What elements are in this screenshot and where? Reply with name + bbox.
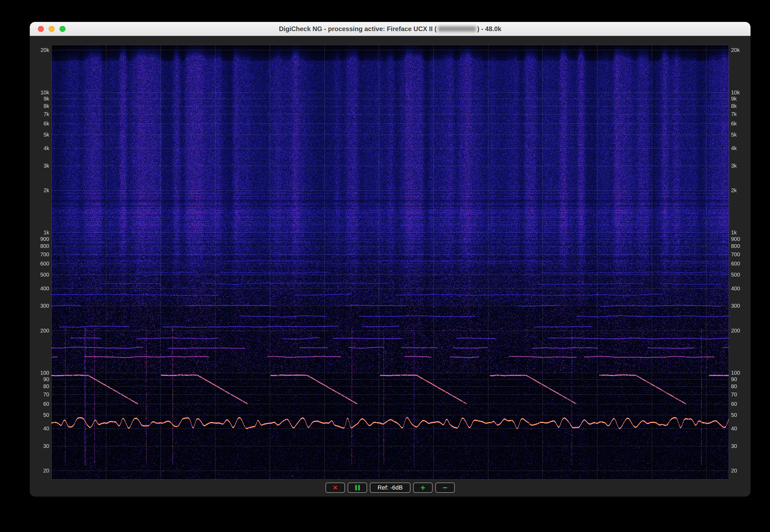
freq-label: 300 [731, 302, 751, 309]
freq-label: 2k [30, 187, 49, 194]
serial-number-redacted [438, 26, 476, 32]
freq-label: 30 [731, 443, 751, 449]
freq-label: 3k [30, 162, 49, 169]
freq-label: 6k [731, 120, 751, 127]
freq-label: 20 [731, 467, 751, 474]
title-bar[interactable]: DigiCheck NG - processing active: Firefa… [30, 22, 751, 36]
ref-level-label: Ref: -6dB [378, 484, 403, 491]
freq-label: 70 [731, 391, 751, 398]
freq-axis-right: 20k10k9k8k7k6k5k4k3k2k1k9008007006005004… [731, 36, 751, 497]
freq-label: 9k [731, 95, 751, 102]
freq-label: 8k [30, 103, 49, 109]
freq-label: 400 [30, 285, 49, 292]
stop-icon: × [333, 484, 337, 491]
freq-label: 500 [30, 271, 49, 278]
freq-label: 6k [30, 120, 49, 127]
freq-label: 100 [30, 370, 49, 376]
freq-label: 1k [30, 229, 49, 236]
app-window: DigiCheck NG - processing active: Firefa… [30, 22, 751, 497]
freq-label: 3k [731, 162, 751, 169]
freq-label: 60 [731, 401, 751, 407]
zoom-button[interactable] [59, 26, 65, 32]
freq-label: 5k [30, 131, 49, 138]
pause-button[interactable] [348, 483, 367, 493]
freq-label: 90 [731, 376, 751, 383]
freq-label: 60 [30, 401, 49, 407]
freq-label: 4k [30, 145, 49, 151]
pause-icon [355, 485, 360, 490]
freq-label: 8k [731, 103, 751, 109]
freq-label: 5k [731, 131, 751, 138]
window-title-suffix: ) - 48.0k [477, 25, 501, 33]
plus-icon: + [420, 484, 425, 492]
freq-label: 200 [731, 327, 751, 334]
freq-label: 70 [30, 391, 49, 398]
freq-label: 20k [30, 47, 49, 53]
freq-label: 700 [30, 251, 49, 258]
freq-label: 200 [30, 327, 49, 334]
freq-label: 300 [30, 302, 49, 309]
freq-label: 600 [30, 260, 49, 267]
freq-label: 800 [731, 243, 751, 249]
freq-label: 4k [731, 145, 751, 151]
freq-label: 800 [30, 243, 49, 249]
freq-axis-left: 20k10k9k8k7k6k5k4k3k2k1k9008007006005004… [30, 36, 49, 497]
close-button[interactable] [38, 26, 44, 32]
spectrogram-view: 20k10k9k8k7k6k5k4k3k2k1k9008007006005004… [30, 36, 751, 497]
stop-button[interactable]: × [326, 483, 345, 493]
freq-label: 600 [731, 260, 751, 267]
freq-label: 100 [731, 370, 751, 376]
freq-label: 700 [731, 251, 751, 258]
ref-level-display[interactable]: Ref: -6dB [370, 483, 410, 493]
freq-label: 30 [30, 443, 49, 449]
window-title-prefix: DigiCheck NG - processing active: Firefa… [279, 25, 437, 33]
freq-label: 7k [30, 111, 49, 117]
window-title: DigiCheck NG - processing active: Firefa… [279, 25, 501, 33]
toolbar: × Ref: -6dB + − [30, 483, 751, 493]
freq-label: 900 [30, 236, 49, 242]
freq-label: 20k [731, 47, 751, 53]
minus-icon: − [443, 484, 447, 492]
freq-label: 90 [30, 376, 49, 383]
zoom-in-button[interactable]: + [413, 483, 433, 493]
freq-label: 80 [731, 383, 751, 390]
freq-label: 40 [30, 425, 49, 432]
freq-label: 50 [30, 412, 49, 418]
freq-label: 500 [731, 271, 751, 278]
freq-label: 10k [731, 89, 751, 96]
freq-label: 50 [731, 412, 751, 418]
freq-label: 80 [30, 383, 49, 390]
spectrogram-canvas[interactable] [51, 45, 729, 480]
minimize-button[interactable] [49, 26, 55, 32]
freq-label: 20 [30, 467, 49, 474]
freq-label: 10k [30, 89, 49, 96]
freq-label: 7k [731, 111, 751, 117]
zoom-out-button[interactable]: − [435, 483, 455, 493]
freq-label: 1k [731, 229, 751, 236]
freq-label: 900 [731, 236, 751, 242]
freq-label: 2k [731, 187, 751, 194]
traffic-lights [38, 22, 65, 36]
freq-label: 9k [30, 95, 49, 102]
freq-label: 40 [731, 425, 751, 432]
freq-label: 400 [731, 285, 751, 292]
